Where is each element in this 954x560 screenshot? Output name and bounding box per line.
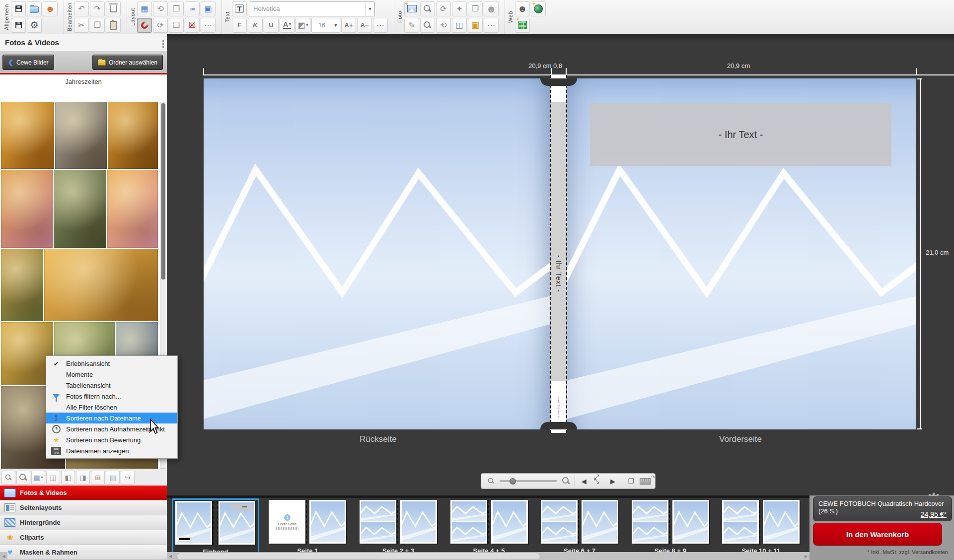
delete-button[interactable] [106,1,121,16]
share-button[interactable]: ☻ [515,1,530,16]
frame-button[interactable]: ▣ [468,18,483,33]
spine[interactable]: - Ihr Text - cewe fotobuch [550,75,567,433]
font-size-select[interactable]: 16 ▼ [311,18,340,33]
view-grid-button[interactable]: ▦ [31,471,45,485]
save-as-button[interactable] [11,18,26,33]
zoom-out-button[interactable] [485,475,497,488]
context-menu-item[interactable]: Tabellenansicht [46,380,177,391]
face-button[interactable]: ☻ [484,1,499,16]
photo-thumbnail[interactable] [107,170,158,248]
duplicate-button[interactable]: ❐ [468,1,483,16]
snap-button[interactable] [137,18,152,33]
back-cover-page[interactable]: 11 52001 54225 2 [204,78,550,429]
panel-menu-button[interactable] [161,37,165,50]
photo-rotate-left-button[interactable]: ⟲ [436,18,451,33]
add-text-button[interactable]: T [232,1,247,16]
cover-text-box[interactable]: - Ihr Text - [590,103,891,166]
delete-layout-button[interactable]: ☒ [185,18,200,33]
photo-zoom-in-button[interactable]: + [420,18,435,33]
enhance-button[interactable]: ✦ [452,1,467,16]
photo-thumbnail[interactable] [44,249,158,321]
spine-text-box[interactable]: - Ihr Text - [551,224,566,323]
page-thumbnail[interactable]: 1 Leere Seite 1 [537,499,622,559]
undo-button[interactable]: ↶ [74,1,89,16]
photo-zoom-out-button[interactable]: − [420,1,435,16]
font-family-input[interactable] [249,5,365,12]
book-search-button[interactable]: ▤ [106,471,120,485]
page-thumbnail[interactable]: 1 Leere Seite 1 [719,499,803,559]
nav-item[interactable]: Fotos & Videos [0,486,167,500]
open-button[interactable] [27,1,42,16]
photo-rotate-right-button[interactable]: ⟳ [436,1,451,16]
spread-view-button[interactable]: ◫ [452,18,467,33]
photo-thumbnail[interactable] [108,102,158,169]
italic-button[interactable]: K [248,18,263,33]
context-menu-item[interactable]: Erlebnisansicht [46,358,177,369]
fill-color-button[interactable]: ◩ [295,18,310,33]
context-menu-item[interactable]: Sortieren nach Bewertung [46,434,177,445]
grid-button[interactable]: ▦ [137,1,152,16]
page-thumbnail[interactable]: 1 Leere Seite 1 [356,499,440,559]
context-menu-item[interactable]: Alle Filter löschen [46,402,177,413]
page-thumbnail[interactable]: 1 Leere Seite 1 [266,499,350,559]
nav-scroll-left-button[interactable]: ◀ [0,552,7,560]
edit-photo-button[interactable]: ✎ [404,18,419,33]
web-gallery-button[interactable] [515,18,530,33]
paste-button[interactable] [106,18,121,33]
panel-zoom-out-button[interactable] [1,471,15,485]
view-pairs-button[interactable]: ◫ [46,471,60,485]
rotate-spread-button[interactable]: ❐ [625,475,637,488]
nav-item[interactable]: Masken & Rahmen [0,545,167,560]
context-menu-item[interactable]: Momente [46,369,177,380]
filmstrip-scrollbar[interactable]: ◀ ▶ [167,552,809,560]
fit-to-screen-button[interactable] [592,475,604,488]
page-thumbnail[interactable]: 1 Leere Seite 1 [628,499,713,559]
rotate-right-button[interactable]: ⟳ [153,18,168,33]
cewe-bilder-button[interactable]: ❮ Cewe Bilder [2,55,54,70]
scroll-left-button[interactable]: ◀ [167,554,174,559]
font-family-select[interactable]: ▼ [249,1,375,16]
nav-item[interactable]: Cliparts [0,530,167,545]
filmstrip-scrollbar-thumb[interactable] [177,553,540,560]
page-thumbnail[interactable]: 1 Leere Seite 1 [172,498,259,559]
nav-item[interactable]: Seitenlayouts [0,500,167,515]
send-back-button[interactable]: ❏ [169,18,184,33]
publish-button[interactable] [531,1,546,16]
add-photo-button[interactable] [404,1,419,16]
redo-button[interactable]: ↷ [90,1,105,16]
photo-thumbnail[interactable] [1,170,53,248]
scroll-right-button[interactable]: ▶ [803,554,809,559]
zoom-slider-thumb[interactable] [510,478,516,485]
save-button[interactable] [11,1,26,16]
add-to-cart-button[interactable]: In den Warenkorb [813,523,942,546]
nav-item[interactable]: Hintergründe [0,515,167,530]
font-decrease-button[interactable]: A− [357,18,372,33]
context-menu-item[interactable]: Sortieren nach Aufnahmezeitpunkt [46,423,177,434]
save-layout-button[interactable]: ▣ [201,1,216,16]
page-thumbnail[interactable]: 1 Leere Seite 1 [447,499,531,559]
export-button[interactable]: ↪ [121,471,135,485]
apply-all-button[interactable]: »» [185,1,200,16]
more-photo-button[interactable]: ⋯ [484,18,499,33]
photo-thumbnail[interactable] [1,102,54,169]
zoom-slider[interactable] [500,480,557,482]
previous-page-button[interactable]: ◀ [578,475,589,488]
photo-thumbnail[interactable] [55,102,107,169]
context-menu-item[interactable]: Fotos filtern nach... [46,391,177,402]
more-text-button[interactable]: ⋯ [373,18,388,33]
chevron-down-icon[interactable]: ▼ [332,23,340,28]
panel-zoom-in-button[interactable]: + [16,471,30,485]
assistant-button[interactable]: ☻ [43,1,58,16]
context-menu-item[interactable]: Sortieren nach Dateiname [46,413,177,423]
more-layout-button[interactable]: ⋯ [201,18,216,33]
cut-button[interactable]: ✂ [74,18,89,33]
choose-folder-button[interactable]: Ordner auswählen [92,55,163,70]
bring-forward-button[interactable]: ❐ [169,1,184,16]
view-left-button[interactable]: ◧ [61,471,75,485]
underline-button[interactable]: U [264,18,279,33]
view-multi-button[interactable]: ⊞ [91,471,105,485]
photo-thumbnail[interactable] [1,249,43,321]
next-page-button[interactable]: ▶ [607,475,619,488]
rotate-left-button[interactable]: ⟲ [153,1,168,16]
ruler-toggle-button[interactable] [640,475,651,488]
